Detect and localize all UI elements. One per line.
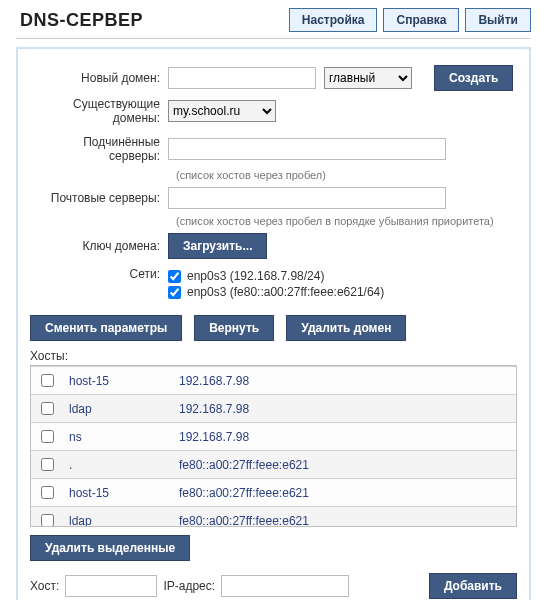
help-button[interactable]: Справка bbox=[383, 8, 459, 32]
host-cell: host-15 bbox=[63, 479, 173, 507]
host-add-input[interactable] bbox=[65, 575, 157, 597]
mail-label: Почтовые серверы: bbox=[30, 191, 168, 205]
table-row: ldapfe80::a00:27ff:feee:e621 bbox=[31, 507, 516, 528]
slaves-hint: (список хостов через пробел) bbox=[176, 169, 517, 181]
nets-label: Сети: bbox=[30, 267, 168, 281]
mail-hint: (список хостов через пробел в порядке уб… bbox=[176, 215, 517, 227]
net-label-1: enp0s3 (fe80::a00:27ff:feee:e621/64) bbox=[187, 285, 384, 299]
host-row-checkbox[interactable] bbox=[41, 430, 54, 443]
ip-add-input[interactable] bbox=[221, 575, 349, 597]
table-row: ns192.168.7.98 bbox=[31, 423, 516, 451]
domain-type-select[interactable]: главный bbox=[324, 67, 412, 89]
hosts-table-wrap[interactable]: host-15192.168.7.98ldap192.168.7.98ns192… bbox=[30, 365, 517, 527]
create-button[interactable]: Создать bbox=[434, 65, 513, 91]
add-button[interactable]: Добавить bbox=[429, 573, 517, 599]
ip-cell: fe80::a00:27ff:feee:e621 bbox=[173, 507, 516, 528]
page-title: DNS-СЕРВЕР bbox=[20, 10, 143, 31]
settings-button[interactable]: Настройка bbox=[289, 8, 378, 32]
nets-list: enp0s3 (192.168.7.98/24) enp0s3 (fe80::a… bbox=[168, 267, 384, 301]
delete-selected-button[interactable]: Удалить выделенные bbox=[30, 535, 190, 561]
main-panel: Новый домен: главный Создать Существующи… bbox=[16, 47, 531, 600]
host-cell: ldap bbox=[63, 507, 173, 528]
ip-cell: fe80::a00:27ff:feee:e621 bbox=[173, 451, 516, 479]
host-add-label: Хост: bbox=[30, 579, 59, 593]
change-params-button[interactable]: Сменить параметры bbox=[30, 315, 182, 341]
top-buttons: Настройка Справка Выйти bbox=[289, 8, 531, 32]
ip-cell: fe80::a00:27ff:feee:e621 bbox=[173, 479, 516, 507]
hosts-label: Хосты: bbox=[30, 349, 517, 363]
host-row-checkbox[interactable] bbox=[41, 402, 54, 415]
host-cell: ldap bbox=[63, 395, 173, 423]
ip-add-label: IP-адрес: bbox=[163, 579, 215, 593]
host-row-checkbox[interactable] bbox=[41, 514, 54, 527]
newdomain-label: Новый домен: bbox=[30, 71, 168, 85]
hosts-table: host-15192.168.7.98ldap192.168.7.98ns192… bbox=[31, 366, 516, 527]
table-row: host-15fe80::a00:27ff:feee:e621 bbox=[31, 479, 516, 507]
existing-label: Существующие домены: bbox=[30, 97, 168, 125]
slave-servers-input[interactable] bbox=[168, 138, 446, 160]
revert-button[interactable]: Вернуть bbox=[194, 315, 274, 341]
table-row: .fe80::a00:27ff:feee:e621 bbox=[31, 451, 516, 479]
ip-cell: 192.168.7.98 bbox=[173, 423, 516, 451]
ip-cell: 192.168.7.98 bbox=[173, 367, 516, 395]
mail-servers-input[interactable] bbox=[168, 187, 446, 209]
net-checkbox-0[interactable] bbox=[168, 270, 181, 283]
host-row-checkbox[interactable] bbox=[41, 486, 54, 499]
net-checkbox-1[interactable] bbox=[168, 286, 181, 299]
host-row-checkbox[interactable] bbox=[41, 374, 54, 387]
logout-button[interactable]: Выйти bbox=[465, 8, 531, 32]
table-row: ldap192.168.7.98 bbox=[31, 395, 516, 423]
host-cell: host-15 bbox=[63, 367, 173, 395]
upload-button[interactable]: Загрузить... bbox=[168, 233, 267, 259]
key-label: Ключ домена: bbox=[30, 239, 168, 253]
delete-domain-button[interactable]: Удалить домен bbox=[286, 315, 406, 341]
newdomain-input[interactable] bbox=[168, 67, 316, 89]
host-cell: ns bbox=[63, 423, 173, 451]
host-row-checkbox[interactable] bbox=[41, 458, 54, 471]
ip-cell: 192.168.7.98 bbox=[173, 395, 516, 423]
net-label-0: enp0s3 (192.168.7.98/24) bbox=[187, 269, 324, 283]
existing-domains-select[interactable]: my.school.ru bbox=[168, 100, 276, 122]
host-cell: . bbox=[63, 451, 173, 479]
slaves-label: Подчинённые серверы: bbox=[30, 135, 168, 163]
table-row: host-15192.168.7.98 bbox=[31, 367, 516, 395]
